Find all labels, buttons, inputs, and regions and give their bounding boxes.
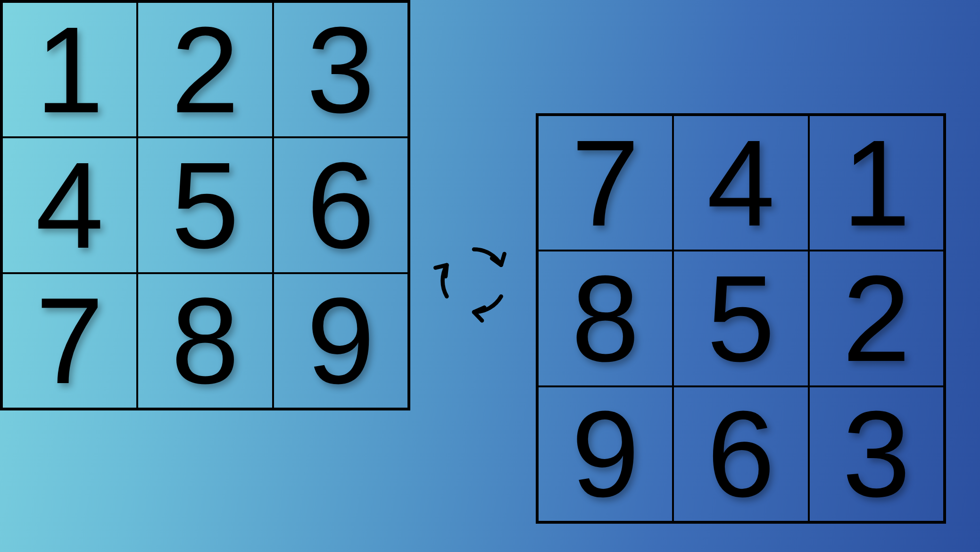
grid-left-cell: 2	[137, 2, 273, 137]
grid-left-cell: 3	[273, 2, 408, 137]
grid-right-cell: 6	[673, 386, 808, 522]
grid-left-cell: 7	[2, 273, 137, 409]
grid-right-cell: 1	[809, 115, 944, 251]
grid-right-cell: 3	[809, 386, 944, 522]
grid-right-cell: 8	[538, 251, 673, 386]
grid-left: 1 2 3 4 5 6 7 8 9	[0, 0, 410, 410]
grid-left-cell: 5	[137, 137, 273, 273]
grid-right-cell: 4	[673, 115, 808, 251]
grid-right-cell: 2	[809, 251, 944, 386]
rotate-cycle-icon	[429, 236, 519, 326]
grid-left-cell: 4	[2, 137, 137, 273]
grid-left-cell: 1	[2, 2, 137, 137]
grid-left-cell: 6	[273, 137, 408, 273]
grid-right-cell: 9	[538, 386, 673, 522]
grid-left-cell: 8	[137, 273, 273, 409]
grid-left-cell: 9	[273, 273, 408, 409]
grid-right: 7 4 1 8 5 2 9 6 3	[536, 113, 946, 524]
grid-right-cell: 7	[538, 115, 673, 251]
grid-right-cell: 5	[673, 251, 808, 386]
